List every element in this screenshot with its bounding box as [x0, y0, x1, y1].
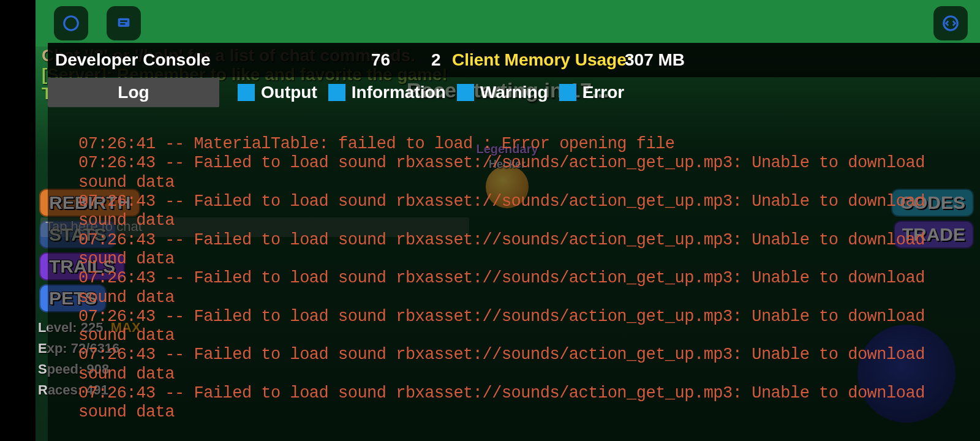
memory-usage-value: 307 MB [625, 50, 685, 70]
topbar-chat-button[interactable] [107, 6, 141, 40]
log-entry: 07:26:43 -- Failed to load sound rbxasse… [78, 345, 975, 384]
compass-icon [62, 14, 80, 32]
dev-console-count-2: 2 [431, 50, 441, 70]
filter-output[interactable]: Output [238, 83, 317, 102]
developer-console: Developer Console 76 2 Client Memory Usa… [48, 43, 980, 441]
log-entry: 07:26:43 -- Failed to load sound rbxasse… [78, 154, 975, 192]
memory-usage-label: Client Memory Usage: [452, 50, 632, 70]
filter-information[interactable]: Information [328, 83, 446, 102]
filter-warning[interactable]: Warning [457, 83, 548, 102]
log-entry: 07:26:43 -- Failed to load sound rbxasse… [78, 269, 975, 307]
filter-error[interactable]: Error [559, 83, 624, 102]
topbar-menu-button[interactable] [54, 6, 88, 40]
checkbox-icon [328, 84, 345, 101]
roblox-topbar [36, 0, 980, 47]
log-entry: 07:26:41 -- MaterialTable: failed to loa… [78, 135, 975, 154]
dev-console-log-output[interactable]: 07:26:41 -- MaterialTable: failed to loa… [78, 135, 975, 441]
dev-console-header: Developer Console 76 2 Client Memory Usa… [48, 43, 980, 77]
screen-root: Chat '/?' or '/help' for a list of chat … [0, 0, 980, 441]
chat-icon [115, 15, 132, 32]
log-entry: 07:26:43 -- Failed to load sound rbxasse… [78, 231, 975, 270]
checkbox-icon [559, 84, 576, 101]
checkbox-icon [238, 84, 255, 101]
dev-console-tabs: Log Output Information Warning Error [48, 77, 980, 108]
game-viewport: Chat '/?' or '/help' for a list of chat … [36, 0, 980, 441]
dev-console-count-1: 76 [371, 50, 390, 70]
dev-icon [941, 14, 960, 32]
checkbox-icon [457, 84, 474, 101]
dev-console-title: Developer Console [55, 50, 211, 70]
tab-log[interactable]: Log [48, 78, 219, 107]
log-entry: 07:26:43 -- Failed to load sound rbxasse… [78, 307, 975, 346]
topbar-dev-button[interactable] [933, 6, 968, 40]
log-entry: 07:26:43 -- Failed to load sound rbxasse… [78, 192, 975, 231]
log-entry: 07:26:43 -- Failed to load sound rbxasse… [78, 384, 975, 423]
svg-rect-1 [118, 18, 130, 27]
svg-point-0 [64, 17, 78, 31]
